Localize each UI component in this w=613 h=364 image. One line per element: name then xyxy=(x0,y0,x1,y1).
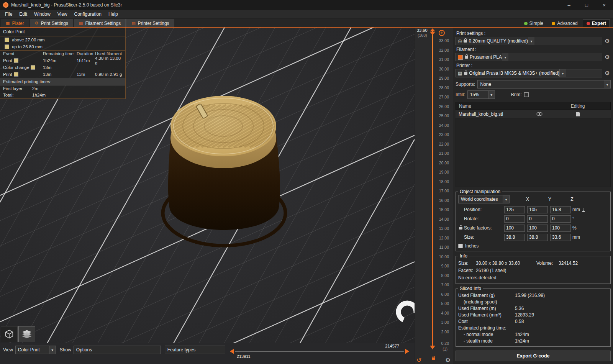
options-field[interactable] xyxy=(74,346,161,354)
manipulation-row: Size: mm ↓ xyxy=(458,233,608,242)
layer-tick: 13.00 xyxy=(439,224,449,233)
object-manipulation-title: Object manipulation xyxy=(458,189,502,194)
z-value-input[interactable] xyxy=(550,234,571,241)
layer-slider-panel: 33.60 (168) + 33.0032.0031.0030.0029.002… xyxy=(415,28,453,364)
slider-gear-icon[interactable]: ⚙ xyxy=(446,357,451,364)
x-value-input[interactable] xyxy=(504,225,525,232)
tab-icon: ▤ xyxy=(131,21,135,26)
object-list-row[interactable]: Marshall_knob_big.stl xyxy=(456,110,611,118)
maximize-button[interactable]: □ xyxy=(578,0,595,10)
3d-viewport[interactable]: Color Print above 27.00 mm up to 26.80 m… xyxy=(0,28,415,364)
layer-slider-upper-handle[interactable] xyxy=(430,28,435,35)
menu-item[interactable]: View xyxy=(54,11,71,18)
filament-gear-button[interactable]: ⚙ xyxy=(604,54,611,61)
x-value-input[interactable] xyxy=(504,234,525,241)
layer-tick: 4.00 xyxy=(439,308,449,318)
tab[interactable]: ▤ Printer Settings xyxy=(126,19,174,27)
z-value-input[interactable] xyxy=(550,225,571,232)
filament-combo[interactable]: Prusament PLA ▾ xyxy=(456,53,602,61)
print-settings-gear-button[interactable]: ⚙ xyxy=(604,38,611,44)
z-column-header: Z xyxy=(561,197,583,202)
visibility-eye-icon[interactable] xyxy=(536,112,543,116)
layer-slider-track[interactable] xyxy=(432,30,433,349)
brim-checkbox[interactable] xyxy=(524,92,529,97)
scale-lock-icon[interactable] xyxy=(459,227,462,230)
y-value-input[interactable] xyxy=(527,225,548,232)
y-value-input[interactable] xyxy=(527,206,548,213)
name-column-header: Name xyxy=(456,103,545,109)
z-value-input[interactable] xyxy=(550,206,571,213)
drop-to-bed-icon[interactable]: ↓ xyxy=(582,207,585,212)
y-value-input[interactable] xyxy=(527,234,548,241)
inches-checkbox[interactable] xyxy=(458,244,463,248)
menu-item[interactable]: File xyxy=(2,11,16,18)
chevron-down-icon: ▾ xyxy=(502,53,508,61)
tab[interactable]: ▦ Plater xyxy=(1,19,29,27)
menu-item[interactable]: Window xyxy=(31,11,54,18)
layer-tick: 3.00 xyxy=(439,318,449,327)
printer-gear-button[interactable]: ⚙ xyxy=(604,70,611,77)
3d-view-thumbnail[interactable] xyxy=(1,326,18,342)
slider-right-handle-icon[interactable] xyxy=(405,349,409,354)
errors-status: No errors detected xyxy=(458,275,496,280)
view-mode-select[interactable]: Color Print ▾ xyxy=(15,346,56,354)
title-bar: Marshall_knob_big - PrusaSlicer-2.5.0 ba… xyxy=(0,0,613,10)
layer-tick: 10.00 xyxy=(439,252,449,262)
layer-tick: 26.00 xyxy=(439,102,449,111)
slider-lock-icon[interactable] xyxy=(432,357,435,360)
mode-label: Advanced xyxy=(557,21,577,26)
layer-bottom-count: (1) xyxy=(443,347,447,351)
mode-button[interactable]: Advanced xyxy=(548,20,581,27)
lock-icon xyxy=(465,56,468,59)
x-value-input[interactable] xyxy=(504,215,525,223)
menu-item[interactable]: Configuration xyxy=(71,11,105,18)
viewport-bottom-bar: View Color Print ▾ Show 214577 213911 xyxy=(0,343,415,364)
estimated-times-header: Estimated printing times: xyxy=(0,78,125,85)
size-label: Size: xyxy=(458,261,476,266)
color-legend-label: above 27.00 mm xyxy=(12,38,45,42)
z-value-input[interactable] xyxy=(550,215,571,223)
layer-tick: 6.00 xyxy=(439,290,449,299)
layer-top-count: (168) xyxy=(418,33,427,38)
feature-types-field[interactable] xyxy=(165,346,225,354)
slider-track[interactable] xyxy=(235,351,404,352)
menu-item[interactable]: Edit xyxy=(16,11,31,18)
minimize-button[interactable]: – xyxy=(560,0,578,10)
print-settings-combo[interactable]: ◎ 0.20mm QUALITY (modified) ▾ xyxy=(456,37,602,45)
slider-max-value: 214577 xyxy=(385,344,399,348)
mode-button[interactable]: Simple xyxy=(521,20,547,27)
printer-combo[interactable]: ▤ Original Prusa i3 MK3S & MK3S+ (modifi… xyxy=(456,69,602,77)
color-swatch xyxy=(5,38,9,42)
tab-label: Plater xyxy=(12,21,24,26)
menu-item[interactable]: Help xyxy=(105,11,121,18)
gcode-move-slider[interactable]: 214577 213911 xyxy=(230,346,410,362)
tab-label: Filament Settings xyxy=(85,21,121,26)
layers-view-thumbnail[interactable] xyxy=(18,326,35,342)
x-value-input[interactable] xyxy=(504,206,525,213)
undo-icon[interactable]: ↺ xyxy=(416,356,421,364)
color-print-event-row: Print 1h24m 1h11m 4.38 m 13.08 g xyxy=(0,57,125,64)
chevron-down-icon: ▾ xyxy=(503,195,509,203)
object-list-empty-area[interactable] xyxy=(456,118,611,187)
tab-icon: ▦ xyxy=(6,21,10,26)
mode-button[interactable]: Expert xyxy=(583,20,610,27)
sliced-info-row: Used Filament (g) 15.99 (216.99) xyxy=(458,292,608,298)
total-time-row: Total: 1h24m xyxy=(0,92,125,98)
supports-select[interactable]: None ▾ xyxy=(477,80,611,89)
y-value-input[interactable] xyxy=(527,215,548,223)
close-button[interactable]: × xyxy=(595,0,613,10)
tab[interactable]: ⚙ Print Settings xyxy=(30,19,73,27)
tab[interactable]: ▥ Filament Settings xyxy=(74,19,126,27)
export-gcode-button[interactable]: Export G-code xyxy=(456,351,611,361)
layer-slider-lower-handle[interactable] xyxy=(430,346,435,349)
layer-tick: 22.00 xyxy=(439,139,449,149)
layer-tick: 17.00 xyxy=(439,186,449,196)
coordinates-select[interactable]: World coordinates ▾ xyxy=(458,195,510,203)
add-color-change-button[interactable]: + xyxy=(439,30,445,36)
edit-object-icon[interactable] xyxy=(576,112,580,116)
infill-select[interactable]: 15% ▾ xyxy=(467,90,495,99)
sliced-info-row: Used Filament (m) 5.36 xyxy=(458,305,608,312)
slider-left-handle-icon[interactable] xyxy=(230,349,234,354)
tab-icon: ▥ xyxy=(79,21,83,26)
chevron-down-icon: ▾ xyxy=(488,91,495,98)
